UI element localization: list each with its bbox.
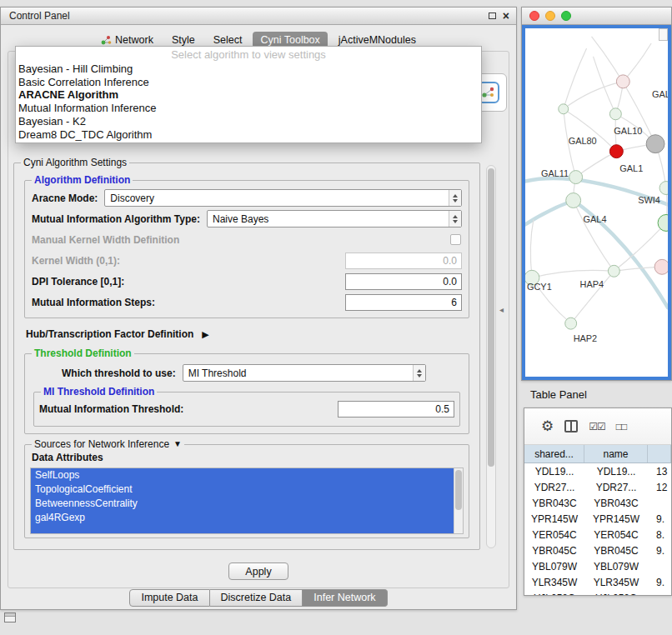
aracne-mode-select[interactable]: Discovery: [104, 189, 462, 207]
network-edge: [574, 201, 614, 272]
minimized-panel-icon[interactable]: [4, 612, 16, 622]
network-node[interactable]: [565, 318, 577, 329]
hub-definition-toggle[interactable]: Hub/Transcription Factor Definition ▶: [26, 323, 468, 345]
network-edge: [530, 219, 534, 278]
network-edge: [564, 48, 587, 109]
column-header-clipped[interactable]: [648, 445, 671, 462]
deselect-all-icon[interactable]: □□: [616, 421, 627, 432]
tab-label: Network: [115, 34, 153, 46]
table-row[interactable]: YER054CYER054C8.: [524, 527, 671, 542]
tab-impute-data[interactable]: Impute Data: [129, 589, 209, 607]
table-row[interactable]: YDR27...YDR27...12: [524, 479, 671, 495]
sources-legend-label: Sources for Network Inference: [34, 438, 169, 450]
mi-type-select[interactable]: Naive Bayes: [207, 210, 462, 228]
network-node[interactable]: [569, 171, 583, 184]
network-node[interactable]: [566, 193, 581, 208]
tab-label: Select: [213, 34, 243, 46]
network-node-label: GAL11: [541, 168, 569, 178]
tab-infer-network[interactable]: Infer Network: [303, 589, 387, 607]
algorithm-option[interactable]: Mutual Information Inference: [16, 102, 481, 115]
select-all-icon[interactable]: ☑☑: [589, 421, 605, 432]
network-view-window: GAL80GAL10GALGAL11GAL1SWI4GAL4GCY1HAP4HA…: [521, 7, 672, 381]
column-header-shared-name[interactable]: shared...: [524, 445, 584, 462]
gear-icon[interactable]: ⚙: [541, 418, 554, 435]
table-row[interactable]: YLR345WYLR345W9.: [524, 574, 671, 590]
network-node-label: GAL: [652, 89, 668, 99]
table-row[interactable]: YDL19...YDL19...13: [524, 463, 671, 479]
threshold-definition-group: Threshold Definition Which threshold to …: [24, 353, 469, 434]
data-attribute-item[interactable]: SelfLoops: [31, 468, 454, 482]
algorithm-option[interactable]: ARACNE Algorithm: [16, 88, 481, 102]
network-node[interactable]: [559, 104, 569, 114]
network-node[interactable]: [658, 214, 668, 231]
network-canvas[interactable]: GAL80GAL10GALGAL11GAL1SWI4GAL4GCY1HAP4HA…: [525, 28, 668, 377]
combo-value: Discovery: [110, 192, 449, 204]
algorithm-definition-group: Algorithm Definition Aracne Mode: Discov…: [24, 180, 469, 318]
control-panel-titlebar[interactable]: Control Panel ×: [1, 8, 516, 25]
network-node[interactable]: [659, 182, 668, 195]
mi-steps-input[interactable]: [345, 294, 462, 311]
network-node-label: GAL80: [569, 136, 597, 146]
table-cell: [648, 495, 671, 511]
zoom-traffic-icon[interactable]: [561, 11, 571, 21]
algorithm-option[interactable]: Dream8 DC_TDC Algorithm: [16, 128, 481, 142]
table-panel-title: Table Panel: [530, 388, 587, 401]
table-row[interactable]: YJL052CYJL052C: [524, 590, 671, 596]
panel-collapse-arrow[interactable]: ◂: [499, 305, 504, 314]
tab-label: Style: [172, 34, 195, 46]
table-cell: [648, 558, 671, 574]
network-node-label: HAP4: [580, 279, 604, 289]
table-row[interactable]: YBR045CYBR045C9.: [524, 542, 671, 558]
mi-threshold-input[interactable]: [338, 401, 454, 418]
data-attribute-item[interactable]: TopologicalCoefficient: [31, 482, 454, 497]
close-window-icon[interactable]: ×: [503, 10, 509, 22]
network-node[interactable]: [654, 259, 668, 274]
network-window-titlebar[interactable]: [522, 8, 671, 25]
chevron-right-icon[interactable]: ▶: [202, 329, 208, 340]
table-row[interactable]: YBR043CYBR043C: [524, 495, 671, 511]
settings-scrollbar[interactable]: [486, 165, 496, 548]
table-row[interactable]: YPR145WYPR145W9.: [524, 511, 671, 527]
apply-button[interactable]: Apply: [228, 562, 288, 580]
scrollbar-thumb[interactable]: [455, 470, 462, 510]
network-node[interactable]: [608, 265, 619, 277]
dpi-tolerance-input[interactable]: [345, 273, 462, 290]
network-node[interactable]: [609, 108, 621, 120]
mi-steps-row: Mutual Information Steps:: [32, 292, 462, 312]
algorithm-option[interactable]: Bayesian - Hill Climbing: [16, 62, 481, 76]
tab-discretize-data[interactable]: Discretize Data: [210, 589, 303, 607]
manual-kernel-label: Manual Kernel Width Definition: [32, 234, 179, 246]
manual-kernel-checkbox[interactable]: [450, 234, 461, 245]
algorithm-dropdown-popup: Select algorithm to view settings Bayesi…: [15, 46, 482, 143]
table-row[interactable]: YBL079WYBL079W: [524, 558, 671, 574]
list-scrollbar[interactable]: [454, 468, 463, 533]
table-cell: YBR045C: [524, 542, 584, 558]
restore-window-icon[interactable]: [489, 12, 496, 19]
data-attribute-item[interactable]: gal4RGexp: [31, 511, 454, 525]
network-node-label: GAL10: [614, 126, 642, 136]
network-node-label: GAL4: [584, 214, 607, 224]
data-attribute-item-partial[interactable]: [31, 525, 454, 534]
data-attribute-item[interactable]: BetweennessCentrality: [31, 497, 454, 511]
column-header-name[interactable]: name: [584, 445, 648, 462]
columns-icon[interactable]: [564, 420, 578, 432]
table-cell: [648, 590, 671, 596]
algorithm-option[interactable]: Basic Correlation Inference: [16, 76, 481, 89]
scrollbar-thumb[interactable]: [488, 168, 494, 467]
canvas-scroll-corner[interactable]: [659, 28, 668, 41]
network-node[interactable]: [609, 145, 623, 158]
data-attributes-list[interactable]: SelfLoopsTopologicalCoefficientBetweenne…: [30, 468, 464, 534]
table-header: shared... name: [524, 445, 671, 463]
kernel-width-input[interactable]: [345, 252, 462, 269]
table-cell: YPR145W: [524, 511, 584, 527]
close-traffic-icon[interactable]: [529, 11, 539, 21]
minimize-traffic-icon[interactable]: [545, 11, 555, 21]
network-node[interactable]: [616, 75, 629, 88]
window-title: Control Panel: [1, 10, 70, 22]
network-graph-svg: GAL80GAL10GALGAL11GAL1SWI4GAL4GCY1HAP4HA…: [525, 28, 668, 377]
network-node-label: HAP2: [574, 333, 598, 343]
algorithm-option[interactable]: Bayesian - K2: [16, 115, 481, 128]
which-threshold-select[interactable]: MI Threshold: [183, 364, 426, 382]
network-node[interactable]: [646, 135, 664, 153]
chevron-down-icon[interactable]: ▼: [173, 438, 182, 450]
